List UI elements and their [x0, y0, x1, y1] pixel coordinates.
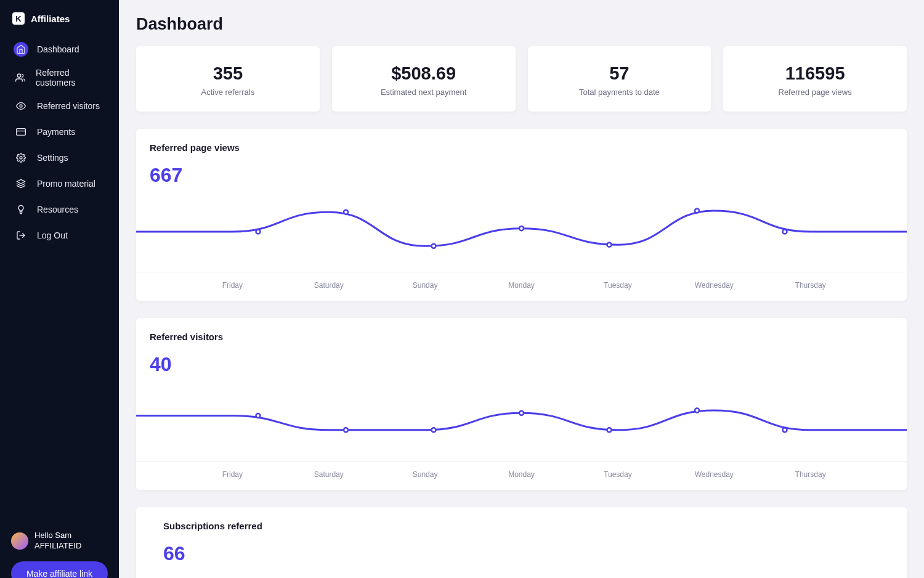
svg-point-9 [432, 244, 436, 248]
svg-point-14 [256, 413, 261, 418]
svg-point-1 [20, 105, 22, 107]
axis-tick: Thursday [762, 462, 858, 479]
axis-tick: Saturday [281, 272, 377, 290]
stat-value: 355 [146, 63, 310, 84]
chart-title: Subscriptions referred [150, 521, 893, 531]
sidebar-item-promo-material[interactable]: Promo material [7, 171, 111, 196]
stat-card: 355Active referrals [136, 46, 320, 112]
axis-tick: Sunday [377, 462, 473, 479]
gear-icon [14, 150, 28, 165]
page-title: Dashboard [136, 15, 907, 34]
sidebar-item-label: Settings [37, 153, 68, 163]
sidebar-item-label: Dashboard [37, 44, 79, 54]
stat-card: $508.69Estimated next payment [332, 46, 516, 112]
sidebar-item-referred-customers[interactable]: Referred customers [7, 63, 111, 92]
svg-point-8 [344, 210, 348, 214]
sidebar-item-label: Payments [37, 127, 75, 137]
sidebar-item-referred-visitors[interactable]: Referred visitors [7, 94, 111, 118]
svg-point-13 [783, 230, 787, 234]
stat-label: Referred page views [733, 88, 897, 97]
sidebar-item-label: Resources [37, 205, 78, 214]
make-affiliate-link-button[interactable]: Make affiliate link [11, 561, 108, 578]
sidebar: K Affiliates DashboardReferred customers… [0, 0, 119, 578]
users-icon [14, 70, 27, 85]
axis-tick: Wednesday [666, 272, 762, 290]
svg-point-18 [607, 428, 612, 432]
stat-label: Total payments to date [538, 88, 702, 97]
sidebar-item-label: Log Out [37, 230, 68, 240]
home-icon [14, 42, 28, 57]
sidebar-item-settings[interactable]: Settings [7, 145, 111, 170]
svg-point-12 [695, 209, 699, 213]
sidebar-item-label: Referred visitors [37, 101, 100, 111]
chart-card: Referred page views667FridaySaturdaySund… [136, 129, 907, 301]
brand-name: Affiliates [31, 14, 70, 24]
user-affiliate-id: AFFILIATEID [34, 541, 81, 552]
axis-tick: Monday [473, 272, 569, 290]
chart-title: Referred page views [136, 142, 907, 153]
sidebar-item-label: Promo material [37, 179, 95, 189]
layers-icon [14, 176, 28, 191]
svg-rect-2 [17, 129, 26, 136]
chart-metric: 667 [136, 164, 907, 187]
brand-logo-icon: K [12, 12, 25, 25]
axis-spacer [136, 272, 184, 290]
axis-tick: Saturday [281, 462, 377, 479]
axis-tick: Tuesday [570, 462, 666, 479]
svg-point-16 [432, 428, 436, 432]
svg-point-0 [17, 74, 20, 77]
chart-card: Referred visitors40FridaySaturdaySundayM… [136, 318, 907, 490]
chart-metric: 66 [150, 542, 893, 565]
chart-metric: 40 [136, 353, 907, 376]
stat-label: Estimated next payment [342, 88, 506, 97]
stat-value: 116595 [733, 63, 897, 84]
axis-tick: Monday [473, 462, 569, 479]
eye-icon [14, 99, 28, 113]
bulb-icon [14, 202, 28, 217]
chart-card: Subscriptions referred66 [136, 507, 907, 578]
chart-x-axis: FridaySaturdaySundayMondayTuesdayWednesd… [136, 272, 907, 290]
stat-card: 116595Referred page views [723, 46, 907, 112]
axis-spacer [136, 462, 184, 479]
line-chart [136, 381, 907, 461]
axis-spacer [859, 462, 907, 479]
brand: K Affiliates [0, 12, 119, 37]
stat-card: 57Total payments to date [528, 46, 711, 112]
chart-title: Referred visitors [136, 332, 907, 342]
svg-point-7 [256, 230, 261, 234]
sidebar-item-dashboard[interactable]: Dashboard [7, 37, 111, 62]
sidebar-footer: Hello Sam AFFILIATEID Make affiliate lin… [0, 531, 119, 578]
sidebar-item-payments[interactable]: Payments [7, 120, 111, 144]
axis-tick: Tuesday [570, 272, 666, 290]
line-chart [136, 192, 907, 272]
stat-label: Active referrals [146, 88, 310, 97]
svg-point-15 [344, 428, 348, 432]
chart-x-axis: FridaySaturdaySundayMondayTuesdayWednesd… [136, 461, 907, 479]
stat-value: $508.69 [342, 63, 506, 84]
main-content: Dashboard 355Active referrals$508.69Esti… [119, 0, 924, 578]
axis-tick: Thursday [762, 272, 858, 290]
stat-cards: 355Active referrals$508.69Estimated next… [136, 46, 907, 112]
axis-spacer [859, 272, 907, 290]
svg-point-10 [519, 226, 524, 230]
sidebar-item-log-out[interactable]: Log Out [7, 223, 111, 248]
svg-point-4 [20, 157, 22, 159]
user-info: Hello Sam AFFILIATEID [11, 531, 108, 552]
svg-point-11 [607, 243, 612, 247]
stat-value: 57 [538, 63, 702, 84]
svg-point-20 [783, 428, 787, 432]
user-greeting: Hello Sam [34, 531, 81, 541]
axis-tick: Wednesday [666, 462, 762, 479]
card-icon [14, 124, 28, 139]
svg-point-17 [519, 411, 524, 415]
sidebar-item-label: Referred customers [36, 68, 105, 88]
sidebar-item-resources[interactable]: Resources [7, 197, 111, 222]
avatar [11, 532, 28, 550]
axis-tick: Friday [184, 462, 280, 479]
logout-icon [14, 228, 28, 243]
user-text: Hello Sam AFFILIATEID [34, 531, 81, 552]
svg-point-19 [695, 409, 699, 413]
sidebar-nav: DashboardReferred customersReferred visi… [0, 37, 119, 248]
axis-tick: Friday [184, 272, 280, 290]
svg-marker-5 [17, 179, 25, 184]
